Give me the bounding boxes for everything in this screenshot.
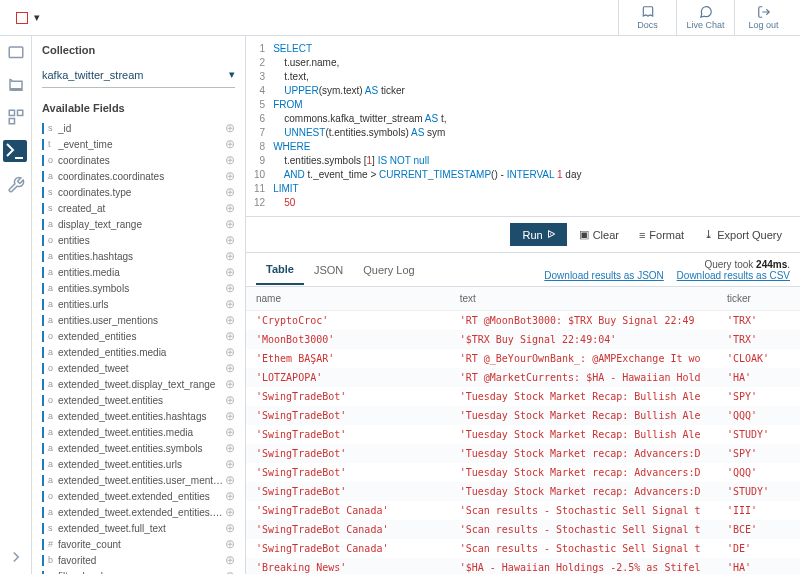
logout-button[interactable]: Log out [734,0,792,36]
field-item[interactable]: aextended_tweet.extended_entities.med⊕ [42,504,235,520]
add-field-icon[interactable]: ⊕ [225,329,235,343]
add-field-icon[interactable]: ⊕ [225,553,235,567]
rail-item-query[interactable] [3,140,27,162]
field-item[interactable]: oextended_tweet.entities⊕ [42,392,235,408]
add-field-icon[interactable]: ⊕ [225,153,235,167]
tab-query-log[interactable]: Query Log [353,256,424,284]
column-header[interactable]: text [450,287,717,311]
table-row[interactable]: 'LOTZAPOPA''RT @MarketCurrents: $HA - Ha… [246,368,800,387]
add-field-icon[interactable]: ⊕ [225,489,235,503]
add-field-icon[interactable]: ⊕ [225,361,235,375]
add-field-icon[interactable]: ⊕ [225,313,235,327]
add-field-icon[interactable]: ⊕ [225,217,235,231]
cell: 'CLOAK' [717,349,800,368]
run-button[interactable]: Runᐉ [510,223,566,246]
add-field-icon[interactable]: ⊕ [225,281,235,295]
add-field-icon[interactable]: ⊕ [225,505,235,519]
field-item[interactable]: bfavorited⊕ [42,552,235,568]
column-header[interactable]: name [246,287,450,311]
field-item[interactable]: aentities.symbols⊕ [42,280,235,296]
table-row[interactable]: 'SwingTradeBot Canada''Scan results - St… [246,539,800,558]
field-item[interactable]: oextended_tweet⊕ [42,360,235,376]
cell: 'QQQ' [717,463,800,482]
add-field-icon[interactable]: ⊕ [225,409,235,423]
collection-selector[interactable]: kafka_twitter_stream ▾ [42,62,235,88]
field-item[interactable]: #favorite_count⊕ [42,536,235,552]
field-item[interactable]: aextended_tweet.entities.symbols⊕ [42,440,235,456]
field-item[interactable]: sfilter_level⊕ [42,568,235,574]
field-item[interactable]: sextended_tweet.full_text⊕ [42,520,235,536]
field-item[interactable]: s_id⊕ [42,120,235,136]
add-field-icon[interactable]: ⊕ [225,521,235,535]
add-field-icon[interactable]: ⊕ [225,537,235,551]
add-field-icon[interactable]: ⊕ [225,569,235,574]
field-item[interactable]: aentities.hashtags⊕ [42,248,235,264]
table-row[interactable]: 'Ethem BAŞAR''RT @_BeYourOwnBank_: @AMPE… [246,349,800,368]
table-row[interactable]: 'CryptoCroc''RT @MoonBot3000: $TRX Buy S… [246,311,800,331]
field-item[interactable]: ocoordinates⊕ [42,152,235,168]
add-field-icon[interactable]: ⊕ [225,377,235,391]
add-field-icon[interactable]: ⊕ [225,249,235,263]
live-chat-button[interactable]: Live Chat [676,0,734,36]
export-button[interactable]: ⤓Export Query [696,223,790,246]
rail-item-collections[interactable] [7,76,25,94]
field-item[interactable]: aextended_tweet.display_text_range⊕ [42,376,235,392]
field-item[interactable]: aextended_tweet.entities.urls⊕ [42,456,235,472]
field-item[interactable]: aextended_entities.media⊕ [42,344,235,360]
add-field-icon[interactable]: ⊕ [225,393,235,407]
add-field-icon[interactable]: ⊕ [225,457,235,471]
field-item[interactable]: screated_at⊕ [42,200,235,216]
field-item[interactable]: aentities.urls⊕ [42,296,235,312]
add-field-icon[interactable]: ⊕ [225,441,235,455]
sql-editor[interactable]: 123456789101112 SELECT t.user.name, t.te… [246,36,800,216]
field-item[interactable]: aextended_tweet.entities.media⊕ [42,424,235,440]
field-item[interactable]: adisplay_text_range⊕ [42,216,235,232]
add-field-icon[interactable]: ⊕ [225,169,235,183]
workspace-selector[interactable]: ▾ [8,7,48,28]
rail-collapse[interactable] [7,548,25,566]
tab-json[interactable]: JSON [304,256,353,284]
table-row[interactable]: 'MoonBot3000''$TRX Buy Signal 22:49:04''… [246,330,800,349]
table-row[interactable]: 'SwingTradeBot''Tuesday Stock Market Rec… [246,425,800,444]
field-item[interactable]: oentities⊕ [42,232,235,248]
chevron-down-icon: ▾ [229,68,235,81]
field-item[interactable]: oextended_tweet.extended_entities⊕ [42,488,235,504]
table-row[interactable]: 'SwingTradeBot''Tuesday Stock Market Rec… [246,387,800,406]
add-field-icon[interactable]: ⊕ [225,297,235,311]
add-field-icon[interactable]: ⊕ [225,473,235,487]
add-field-icon[interactable]: ⊕ [225,233,235,247]
field-item[interactable]: aentities.media⊕ [42,264,235,280]
field-item[interactable]: t_event_time⊕ [42,136,235,152]
field-item[interactable]: acoordinates.coordinates⊕ [42,168,235,184]
column-header[interactable]: ticker [717,287,800,311]
add-field-icon[interactable]: ⊕ [225,345,235,359]
table-row[interactable]: 'SwingTradeBot''Tuesday Stock Market rec… [246,463,800,482]
table-row[interactable]: 'SwingTradeBot''Tuesday Stock Market rec… [246,482,800,501]
field-item[interactable]: aextended_tweet.entities.user_mention⊕ [42,472,235,488]
format-button[interactable]: ≡Format [631,224,692,246]
field-item[interactable]: oextended_entities⊕ [42,328,235,344]
field-item[interactable]: scoordinates.type⊕ [42,184,235,200]
download-json-link[interactable]: Download results as JSON [544,270,664,281]
add-field-icon[interactable]: ⊕ [225,425,235,439]
add-field-icon[interactable]: ⊕ [225,265,235,279]
results-grid[interactable]: nametextticker 'CryptoCroc''RT @MoonBot3… [246,287,800,574]
clear-button[interactable]: ▣Clear [571,223,627,246]
table-row[interactable]: 'Breaking News''$HA - Hawaiian Holdings … [246,558,800,574]
add-field-icon[interactable]: ⊕ [225,201,235,215]
table-row[interactable]: 'SwingTradeBot Canada''Scan results - St… [246,501,800,520]
rail-item-settings[interactable] [7,176,25,194]
rail-item-overview[interactable] [7,44,25,62]
docs-button[interactable]: Docs [618,0,676,36]
rail-item-integrations[interactable] [7,108,25,126]
add-field-icon[interactable]: ⊕ [225,185,235,199]
download-csv-link[interactable]: Download results as CSV [677,270,790,281]
field-item[interactable]: aextended_tweet.entities.hashtags⊕ [42,408,235,424]
table-row[interactable]: 'SwingTradeBot''Tuesday Stock Market rec… [246,444,800,463]
tab-table[interactable]: Table [256,255,304,285]
table-row[interactable]: 'SwingTradeBot Canada''Scan results - St… [246,520,800,539]
add-field-icon[interactable]: ⊕ [225,137,235,151]
add-field-icon[interactable]: ⊕ [225,121,235,135]
table-row[interactable]: 'SwingTradeBot''Tuesday Stock Market Rec… [246,406,800,425]
field-item[interactable]: aentities.user_mentions⊕ [42,312,235,328]
